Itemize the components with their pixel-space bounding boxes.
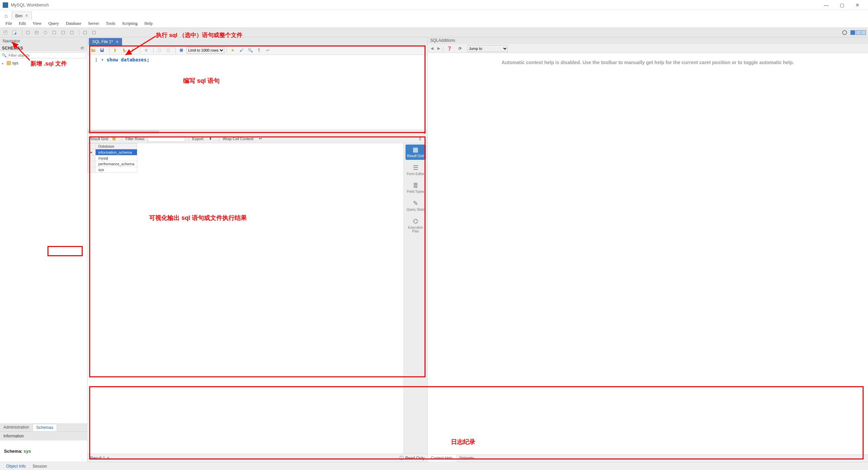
svg-rect-5 bbox=[53, 31, 56, 34]
menu-database[interactable]: Database bbox=[62, 20, 85, 27]
result-row[interactable]: performance_schema bbox=[88, 161, 137, 167]
result-columns-toggle[interactable]: ▯ bbox=[416, 135, 424, 143]
help-icon[interactable]: ❓ bbox=[446, 45, 453, 52]
result-toolbar: Result Grid ▦ Filter Rows: Export: ⬇ Wra… bbox=[87, 134, 427, 143]
stop-button[interactable] bbox=[142, 46, 150, 54]
sql-code-line[interactable]: show databases; bbox=[106, 57, 149, 62]
svg-rect-16 bbox=[180, 49, 183, 52]
filter-rows-input[interactable] bbox=[148, 136, 185, 142]
toggle-left-panel[interactable] bbox=[850, 30, 855, 35]
side-tool-query-stats[interactable]: ✎Query Stats bbox=[406, 198, 426, 213]
tab-session[interactable]: Session bbox=[29, 463, 51, 470]
new-model-button[interactable] bbox=[11, 29, 18, 36]
column-header[interactable]: Database bbox=[96, 144, 137, 149]
context-help-message: Automatic context help is disabled. Use … bbox=[428, 53, 868, 454]
menu-view[interactable]: View bbox=[29, 20, 45, 27]
svg-rect-0 bbox=[4, 31, 7, 34]
find-button[interactable]: 🖌 bbox=[238, 46, 245, 54]
window-title: MySQL Workbench bbox=[11, 2, 49, 7]
tb-btn-4[interactable] bbox=[33, 29, 40, 36]
nav-fwd-icon[interactable]: ▶ bbox=[436, 46, 441, 51]
editor-toolbar: Limit to 1000 rows ★ 🖌 🔍 ¶ ↩ bbox=[87, 45, 427, 55]
result-row[interactable]: sys bbox=[88, 167, 137, 173]
toggle-bottom-panel[interactable] bbox=[856, 30, 861, 35]
sql-additions-panel: SQLAdditions ◀ ▶ ❓ ⟳ Jump to Automatic c… bbox=[427, 37, 868, 462]
auto-help-icon[interactable]: ⟳ bbox=[456, 45, 464, 52]
maximize-button[interactable]: ▢ bbox=[834, 0, 850, 10]
connection-tabs: ⌂ Ben ✕ bbox=[0, 10, 868, 20]
svg-rect-7 bbox=[71, 31, 74, 34]
search-button[interactable]: 🔍 bbox=[246, 46, 254, 54]
result-grid-icon[interactable]: ▦ bbox=[111, 135, 117, 143]
connection-tab[interactable]: Ben ✕ bbox=[12, 12, 32, 20]
close-button[interactable]: ✕ bbox=[850, 0, 865, 10]
side-tool-form-editor[interactable]: ☰Form Editor bbox=[406, 163, 426, 178]
limit-rows-select[interactable]: Limit to 1000 rows bbox=[186, 47, 224, 54]
close-result-tab-icon[interactable]: ✕ bbox=[106, 456, 110, 460]
svg-point-14 bbox=[158, 49, 161, 52]
explain-button[interactable] bbox=[129, 46, 137, 54]
jump-to-select[interactable]: Jump to bbox=[467, 45, 508, 52]
tab-snippets[interactable]: Snippets bbox=[456, 455, 477, 462]
menu-edit[interactable]: Edit bbox=[15, 20, 29, 27]
beautify-button[interactable]: ★ bbox=[229, 46, 236, 54]
menu-scripting[interactable]: Scripting bbox=[119, 20, 141, 27]
wrap-toggle-button[interactable]: ↩ bbox=[257, 135, 264, 143]
execute-current-button[interactable] bbox=[120, 46, 128, 54]
toggle-autocommit-button[interactable] bbox=[178, 46, 185, 54]
tb-btn-8[interactable] bbox=[68, 29, 76, 36]
side-tool-exec-plan[interactable]: ⌬Execution Plan bbox=[406, 216, 426, 235]
commit-button[interactable] bbox=[156, 46, 163, 54]
rollback-button[interactable] bbox=[164, 46, 172, 54]
side-tool-field-types[interactable]: ≣Field Types bbox=[406, 181, 426, 196]
execute-all-button[interactable] bbox=[112, 46, 119, 54]
schema-tree[interactable]: ▸ sys bbox=[0, 59, 87, 424]
status-bar: Object Info Session bbox=[0, 462, 868, 470]
new-sql-tab-button[interactable] bbox=[2, 29, 9, 36]
sql-file-tab[interactable]: SQL File 1* ✕ bbox=[89, 38, 122, 45]
nav-back-icon[interactable]: ◀ bbox=[430, 46, 434, 51]
result-row[interactable]: information_schema bbox=[88, 149, 137, 155]
toggle-wrap-button[interactable]: ↩ bbox=[264, 46, 272, 54]
svg-rect-11 bbox=[101, 49, 103, 50]
save-file-button[interactable] bbox=[98, 46, 106, 54]
tb-btn-9[interactable] bbox=[81, 29, 89, 36]
home-icon[interactable]: ⌂ bbox=[2, 12, 10, 20]
tree-expand-icon[interactable]: ▸ bbox=[2, 61, 5, 65]
close-tab-icon[interactable]: ✕ bbox=[25, 14, 28, 18]
tab-object-info[interactable]: Object Info bbox=[3, 463, 29, 470]
tab-context-help[interactable]: Context Help bbox=[428, 455, 456, 462]
schema-node-sys[interactable]: ▸ sys bbox=[2, 60, 85, 66]
svg-point-4 bbox=[44, 31, 47, 34]
side-tool-result-grid[interactable]: ▦Result Grid bbox=[406, 145, 426, 160]
connection-tab-label: Ben bbox=[15, 14, 22, 18]
editor-hscroll[interactable]: ◀▶ bbox=[87, 130, 427, 134]
open-file-button[interactable] bbox=[90, 46, 97, 54]
line-number: 1 bbox=[87, 57, 101, 62]
tb-btn-5[interactable] bbox=[42, 29, 49, 36]
result-tab[interactable]: Result 1 bbox=[90, 456, 105, 460]
tab-schemas[interactable]: Schemas bbox=[33, 424, 57, 431]
result-grid[interactable]: Database information_schema mysql perfor… bbox=[87, 143, 403, 454]
tb-btn-6[interactable] bbox=[51, 29, 58, 36]
toggle-right-panel[interactable] bbox=[861, 30, 866, 35]
menu-tools[interactable]: Tools bbox=[102, 20, 119, 27]
tb-btn-7[interactable] bbox=[59, 29, 67, 36]
navigator-panel: Navigator SCHEMAS ⟳ 🔍 ▸ sys Administrati… bbox=[0, 37, 87, 462]
result-footer: Result 1 ✕ ⓘRead Only bbox=[87, 454, 427, 462]
sql-editor[interactable]: 1 • show databases; bbox=[87, 55, 427, 130]
toggle-invisible-button[interactable]: ¶ bbox=[255, 46, 263, 54]
minimize-button[interactable]: — bbox=[818, 0, 834, 10]
menu-query[interactable]: Query bbox=[45, 20, 62, 27]
result-row[interactable]: mysql bbox=[88, 155, 137, 161]
menu-server[interactable]: Server bbox=[85, 20, 103, 27]
close-sql-tab-icon[interactable]: ✕ bbox=[116, 40, 119, 44]
tab-administration[interactable]: Administration bbox=[0, 424, 33, 431]
menu-file[interactable]: File bbox=[2, 20, 15, 27]
refresh-schemas-icon[interactable]: ⟳ bbox=[80, 45, 85, 51]
tb-btn-3[interactable] bbox=[24, 29, 32, 36]
tb-btn-10[interactable] bbox=[90, 29, 98, 36]
filter-objects-input[interactable] bbox=[7, 52, 86, 58]
menu-help[interactable]: Help bbox=[141, 20, 156, 27]
export-button[interactable]: ⬇ bbox=[207, 135, 214, 143]
